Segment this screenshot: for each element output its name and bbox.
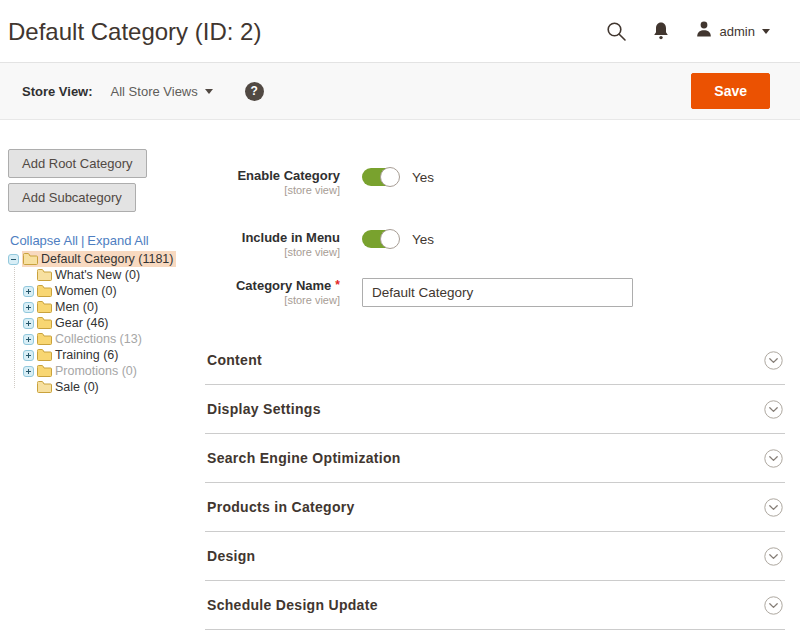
chevron-down-icon bbox=[764, 547, 783, 566]
folder-icon bbox=[37, 285, 52, 297]
folder-icon bbox=[23, 253, 38, 265]
field-label-block: Enable Category [store view] bbox=[205, 168, 340, 197]
folder-icon bbox=[37, 301, 52, 313]
folder-icon bbox=[37, 333, 52, 345]
chevron-down-icon bbox=[764, 449, 783, 468]
selected-tree-node: Default Category (1181) bbox=[22, 251, 176, 267]
tree-item[interactable]: Gear (46) bbox=[23, 315, 197, 331]
tree-item[interactable]: Training (6) bbox=[23, 347, 197, 363]
tree-item-label: Gear (46) bbox=[55, 315, 109, 331]
folder-icon bbox=[37, 349, 52, 361]
field-control: Yes bbox=[362, 168, 434, 186]
chevron-down-icon bbox=[764, 351, 783, 370]
accordion-sections: Content Display Settings Search Engine O… bbox=[205, 336, 785, 630]
tree-item-label: Sale (0) bbox=[55, 379, 99, 395]
enable-category-toggle[interactable] bbox=[362, 168, 399, 186]
category-sidebar: Add Root Category Add Subcategory Collap… bbox=[0, 120, 197, 395]
tree-item-label: Training (6) bbox=[55, 347, 118, 363]
tree-item-label: Promotions (0) bbox=[55, 363, 137, 379]
field-label-block: Category Name* [store view] bbox=[205, 278, 340, 307]
include-in-menu-label: Include in Menu bbox=[205, 230, 340, 246]
tree-item-label: Default Category (1181) bbox=[41, 251, 173, 267]
store-view-scope: [store view] bbox=[205, 184, 340, 197]
toggle-value-label: Yes bbox=[412, 170, 434, 185]
tree-children: What's New (0) Women (0) Men (0) bbox=[23, 267, 197, 395]
link-separator: | bbox=[81, 233, 84, 248]
category-tree: Default Category (1181) What's New (0) W… bbox=[8, 251, 197, 395]
include-in-menu-toggle[interactable] bbox=[362, 230, 399, 248]
folder-icon bbox=[37, 381, 52, 393]
expand-node-icon[interactable] bbox=[23, 350, 34, 361]
toggle-knob bbox=[380, 229, 400, 249]
expand-node-icon[interactable] bbox=[23, 366, 34, 377]
section-schedule-design-update[interactable]: Schedule Design Update bbox=[205, 581, 785, 630]
category-name-label: Category Name* bbox=[205, 278, 340, 294]
page-title: Default Category (ID: 2) bbox=[8, 18, 261, 46]
folder-icon bbox=[37, 269, 52, 281]
category-name-input[interactable] bbox=[362, 278, 633, 307]
caret-down-icon bbox=[762, 29, 770, 34]
save-button[interactable]: Save bbox=[691, 73, 770, 109]
tree-item[interactable]: Sale (0) bbox=[23, 379, 197, 395]
field-control bbox=[362, 278, 633, 307]
store-view-switcher: Store View: All Store Views bbox=[22, 82, 264, 101]
enable-category-row: Enable Category [store view] Yes bbox=[205, 168, 785, 197]
enable-category-label: Enable Category bbox=[205, 168, 340, 184]
admin-user-menu[interactable]: admin bbox=[695, 20, 770, 42]
header-actions: admin bbox=[605, 20, 770, 42]
tree-item[interactable]: Promotions (0) bbox=[23, 363, 197, 379]
tree-item-label: Men (0) bbox=[55, 299, 98, 315]
section-content[interactable]: Content bbox=[205, 336, 785, 385]
caret-down-icon bbox=[205, 89, 213, 94]
field-control: Yes bbox=[362, 230, 434, 248]
page-header: Default Category (ID: 2) bbox=[0, 0, 800, 62]
store-view-value: All Store Views bbox=[111, 84, 198, 99]
tree-controls: Collapse All|Expand All bbox=[10, 233, 197, 248]
tree-item-label: What's New (0) bbox=[55, 267, 140, 283]
category-form: Enable Category [store view] Yes Include… bbox=[197, 120, 800, 630]
store-view-scope: [store view] bbox=[205, 294, 340, 307]
tree-item-label: Collections (13) bbox=[55, 331, 142, 347]
folder-icon bbox=[37, 317, 52, 329]
chevron-down-icon bbox=[764, 498, 783, 517]
admin-username-label: admin bbox=[720, 24, 755, 39]
expand-node-icon[interactable] bbox=[23, 302, 34, 313]
required-asterisk: * bbox=[335, 278, 340, 292]
toggle-knob bbox=[380, 167, 400, 187]
section-display-settings[interactable]: Display Settings bbox=[205, 385, 785, 434]
user-icon bbox=[695, 20, 713, 42]
section-design[interactable]: Design bbox=[205, 532, 785, 581]
content-area: Add Root Category Add Subcategory Collap… bbox=[0, 120, 800, 630]
expand-all-link[interactable]: Expand All bbox=[87, 233, 148, 248]
expand-node-icon[interactable] bbox=[23, 334, 34, 345]
section-products-in-category[interactable]: Products in Category bbox=[205, 483, 785, 532]
chevron-down-icon bbox=[764, 400, 783, 419]
search-icon[interactable] bbox=[605, 20, 627, 42]
tree-item[interactable]: What's New (0) bbox=[23, 267, 197, 283]
toggle-value-label: Yes bbox=[412, 232, 434, 247]
tree-item-default-category[interactable]: Default Category (1181) bbox=[8, 251, 197, 267]
notifications-bell-icon[interactable] bbox=[651, 21, 671, 42]
category-edit-page: Default Category (ID: 2) bbox=[0, 0, 800, 639]
include-in-menu-row: Include in Menu [store view] Yes bbox=[205, 230, 785, 259]
chevron-down-icon bbox=[764, 596, 783, 615]
category-name-row: Category Name* [store view] bbox=[205, 278, 785, 307]
help-icon[interactable] bbox=[245, 82, 264, 101]
add-subcategory-button[interactable]: Add Subcategory bbox=[8, 183, 136, 212]
store-view-label: Store View: bbox=[22, 84, 93, 99]
expand-node-icon[interactable] bbox=[23, 318, 34, 329]
tree-item-label: Women (0) bbox=[55, 283, 117, 299]
tree-item[interactable]: Women (0) bbox=[23, 283, 197, 299]
expand-node-icon[interactable] bbox=[23, 286, 34, 297]
tree-item[interactable]: Men (0) bbox=[23, 299, 197, 315]
tree-item[interactable]: Collections (13) bbox=[23, 331, 197, 347]
folder-icon bbox=[37, 365, 52, 377]
field-label-block: Include in Menu [store view] bbox=[205, 230, 340, 259]
collapse-node-icon[interactable] bbox=[8, 254, 19, 265]
store-view-scope: [store view] bbox=[205, 246, 340, 259]
section-search-engine-optimization[interactable]: Search Engine Optimization bbox=[205, 434, 785, 483]
add-root-category-button[interactable]: Add Root Category bbox=[8, 149, 147, 178]
collapse-all-link[interactable]: Collapse All bbox=[10, 233, 78, 248]
store-view-selector[interactable]: All Store Views bbox=[111, 84, 213, 99]
store-view-toolbar: Store View: All Store Views Save bbox=[0, 62, 800, 120]
